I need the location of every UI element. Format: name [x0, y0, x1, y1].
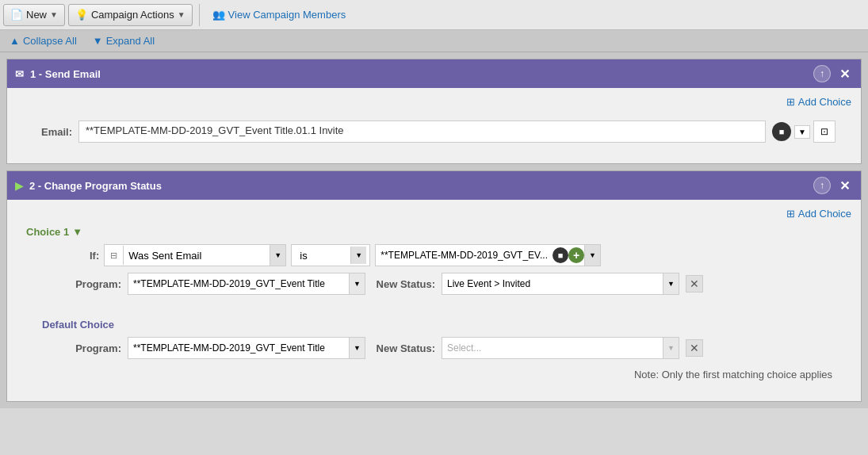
step1-block: ✉ 1 - Send Email ↑ ✕ ⊞ Add Choice Email:… — [6, 59, 862, 164]
step2-note-text: Note: Only the first matching choice app… — [634, 369, 832, 380]
step2-add-choice-icon: ⊞ — [786, 208, 795, 220]
program-select-arrow[interactable]: ▼ — [349, 273, 365, 294]
step1-body: ⊞ Add Choice Email: **TEMPLATE-MM-DD-201… — [7, 88, 861, 163]
step1-controls: ↑ ✕ — [813, 65, 853, 82]
main-content: ✉ 1 - Send Email ↑ ✕ ⊞ Add Choice Email:… — [0, 52, 868, 408]
step2-status-select[interactable]: Live Event > Invited ▼ — [442, 273, 679, 295]
step2-program-label: Program: — [74, 278, 121, 290]
step2-new-status-label: New Status: — [372, 278, 435, 290]
step2-program-row: Program: **TEMPLATE-MM-DD-2019_GVT_Event… — [26, 273, 842, 295]
collapse-all-button[interactable]: ▲ Collapse All — [10, 35, 77, 47]
add-choice-icon: ⊞ — [786, 96, 795, 108]
toolbar-divider — [199, 4, 200, 26]
step1-close-button[interactable]: ✕ — [835, 65, 853, 82]
step2-body: ⊞ Add Choice Choice 1 ▼ If: ⊟ Was Sent E… — [7, 200, 861, 401]
collapse-all-label: Collapse All — [23, 35, 77, 47]
new-icon: 📄 — [10, 9, 23, 21]
step2-note-row: Note: Only the first matching choice app… — [26, 365, 842, 384]
step1-email-row: Email: **TEMPLATE-MM-DD-2019_GVT_Event T… — [17, 114, 851, 155]
step1-add-choice-button[interactable]: ⊞ Add Choice — [786, 96, 851, 108]
campaign-actions-icon: 💡 — [75, 9, 88, 21]
step2-choice1-section: Choice 1 ▼ If: ⊟ Was Sent Email ▼ is — [17, 226, 851, 311]
step2-default-program-value: **TEMPLATE-MM-DD-2019_GVT_Event Title — [128, 341, 349, 355]
step1-add-choice-label: Add Choice — [798, 96, 851, 108]
step2-default-program-row: Program: **TEMPLATE-MM-DD-2019_GVT_Event… — [26, 337, 842, 359]
default-program-arrow[interactable]: ▼ — [349, 338, 365, 358]
step2-default-delete-button[interactable]: ✕ — [686, 339, 703, 357]
step2-block: ▶ 2 - Change Program Status ↑ ✕ ⊞ Add Ch… — [6, 170, 862, 402]
campaign-actions-label: Campaign Actions — [91, 9, 174, 21]
view-members-icon: 👥 — [212, 9, 225, 21]
step2-choice1-delete-button[interactable]: ✕ — [686, 275, 703, 292]
toolbar: 📄 New ▼ 💡 Campaign Actions ▼ 👥 View Camp… — [0, 0, 868, 30]
step2-controls: ↑ ✕ — [813, 177, 853, 194]
step1-envelope-icon: ✉ — [15, 68, 24, 80]
email-dark-icon[interactable]: ■ — [772, 122, 791, 141]
status-select-arrow[interactable]: ▼ — [663, 273, 679, 294]
step2-program-value: **TEMPLATE-MM-DD-2019_GVT_Event Title — [128, 277, 349, 291]
template-value-text: **TEMPLATE-MM-DD-2019_GVT_EV... — [376, 248, 553, 262]
step2-if-row: If: ⊟ Was Sent Email ▼ is ▼ **TEMPLAT — [26, 244, 842, 266]
step2-default-program-select[interactable]: **TEMPLATE-MM-DD-2019_GVT_Event Title ▼ — [128, 337, 365, 359]
step2-title: 2 - Change Program Status — [29, 180, 162, 192]
is-value: is — [295, 248, 350, 263]
step1-email-icons: ■ ▼ ⊡ — [772, 120, 835, 143]
new-dropdown-arrow: ▼ — [50, 10, 58, 19]
step2-close-button[interactable]: ✕ — [835, 177, 853, 194]
step1-header: ✉ 1 - Send Email ↑ ✕ — [7, 59, 861, 88]
step2-add-choice-label: Add Choice — [798, 208, 851, 220]
step2-header: ▶ 2 - Change Program Status ↑ ✕ — [7, 171, 861, 200]
template-add-icon[interactable]: + — [568, 247, 584, 263]
new-button[interactable]: 📄 New ▼ — [3, 4, 65, 26]
was-sent-email-select[interactable]: ⊟ Was Sent Email ▼ — [104, 244, 286, 266]
is-select[interactable]: is ▼ — [291, 244, 370, 266]
step1-add-choice-row: ⊞ Add Choice — [17, 96, 851, 108]
template-dark-icon: ■ — [553, 247, 568, 263]
expand-icon: ▼ — [93, 35, 103, 47]
step2-if-label: If: — [90, 250, 99, 262]
default-status-arrow[interactable]: ▼ — [663, 338, 679, 358]
step1-up-button[interactable]: ↑ — [813, 65, 831, 82]
step2-program-icon: ▶ — [15, 180, 23, 192]
step2-add-choice-row: ⊞ Add Choice — [17, 208, 851, 220]
step2-default-status-label: New Status: — [372, 342, 435, 354]
template-value-select[interactable]: **TEMPLATE-MM-DD-2019_GVT_EV... ■ + ▼ — [375, 244, 601, 266]
expand-all-label: Expand All — [106, 35, 155, 47]
was-sent-arrow[interactable]: ▼ — [270, 245, 285, 266]
expand-all-button[interactable]: ▼ Expand All — [93, 35, 155, 47]
was-sent-email-value: Was Sent Email — [124, 248, 270, 263]
step1-title: 1 - Send Email — [30, 68, 101, 80]
collapse-expand-bar: ▲ Collapse All ▼ Expand All — [0, 30, 868, 52]
is-arrow[interactable]: ▼ — [350, 247, 366, 264]
step2-default-choice-section: Default Choice Program: **TEMPLATE-MM-DD… — [17, 319, 851, 393]
step2-choice1-label[interactable]: Choice 1 ▼ — [26, 226, 842, 238]
campaign-actions-arrow: ▼ — [178, 10, 185, 19]
view-campaign-members-link[interactable]: 👥 View Campaign Members — [206, 6, 353, 24]
step1-email-label: Email: — [33, 126, 72, 138]
step1-title-area: ✉ 1 - Send Email — [15, 68, 101, 80]
step2-default-status-placeholder: Select... — [442, 341, 663, 355]
template-arrow[interactable]: ▼ — [584, 245, 600, 266]
default-choice-label: Default Choice — [42, 319, 842, 331]
new-label: New — [26, 9, 47, 21]
email-preview-button[interactable]: ⊡ — [813, 120, 835, 143]
view-campaign-members-label: View Campaign Members — [228, 9, 346, 21]
step2-title-area: ▶ 2 - Change Program Status — [15, 180, 162, 192]
collapse-icon: ▲ — [10, 35, 20, 47]
step2-live-event-value: Live Event > Invited — [442, 277, 663, 291]
campaign-actions-button[interactable]: 💡 Campaign Actions ▼ — [68, 4, 193, 26]
filter-icon: ⊟ — [105, 246, 124, 265]
step2-up-button[interactable]: ↑ — [813, 177, 831, 194]
choice1-dropdown-icon: ▼ — [72, 226, 82, 238]
step2-choice1-text: Choice 1 — [26, 226, 69, 238]
step2-program-select[interactable]: **TEMPLATE-MM-DD-2019_GVT_Event Title ▼ — [128, 273, 365, 295]
step2-default-status-select[interactable]: Select... ▼ — [442, 337, 679, 359]
email-dropdown-button[interactable]: ▼ — [794, 125, 810, 139]
step2-default-program-label: Program: — [74, 342, 121, 354]
step1-email-value: **TEMPLATE-MM-DD-2019_GVT_Event Title.01… — [86, 124, 344, 136]
step1-email-input[interactable]: **TEMPLATE-MM-DD-2019_GVT_Event Title.01… — [78, 120, 766, 143]
step2-add-choice-button[interactable]: ⊞ Add Choice — [786, 208, 851, 220]
